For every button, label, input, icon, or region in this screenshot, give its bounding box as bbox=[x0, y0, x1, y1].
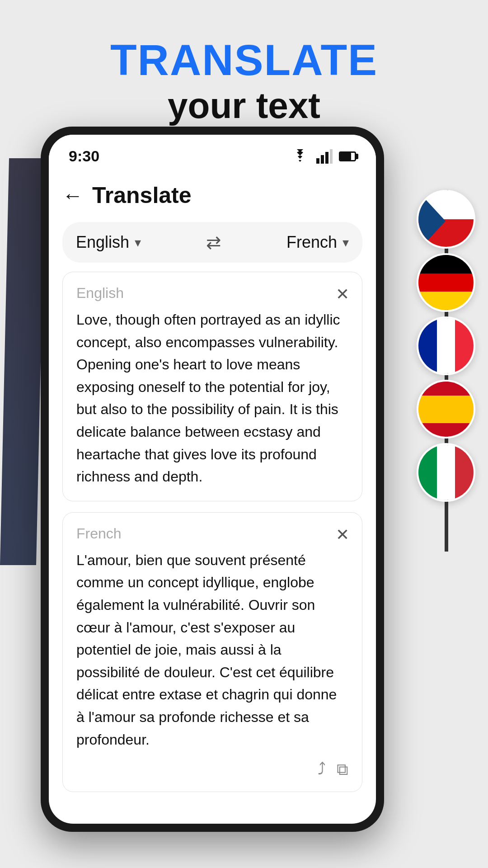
target-language-label: French bbox=[286, 233, 337, 252]
language-selector[interactable]: English ▾ ⇄ French ▾ bbox=[62, 222, 362, 263]
flag-es-stripe3 bbox=[418, 423, 474, 437]
phone-wrapper: 9:30 bbox=[41, 127, 384, 832]
input-text-content: Love, though often portrayed as an idyll… bbox=[76, 309, 348, 488]
phone-shell: 9:30 bbox=[41, 127, 384, 832]
flag-it-s2 bbox=[437, 445, 455, 500]
flag-fr-s3 bbox=[455, 318, 474, 373]
flags-container bbox=[417, 190, 475, 506]
share-button[interactable]: ⤴ bbox=[318, 760, 326, 779]
flag-fr-s1 bbox=[418, 318, 437, 373]
source-language-label: English bbox=[76, 233, 129, 252]
phone-screen: 9:30 bbox=[49, 135, 376, 824]
output-text-content: L'amour, bien que souvent présenté comme… bbox=[76, 549, 348, 751]
copy-button[interactable]: ⧉ bbox=[337, 760, 348, 779]
source-dropdown-arrow: ▾ bbox=[135, 235, 141, 250]
app-title: Translate bbox=[92, 182, 192, 208]
battery-icon bbox=[339, 151, 356, 161]
flag-de-stripe3 bbox=[418, 292, 474, 310]
flag-es-stripe2 bbox=[418, 396, 474, 423]
swap-languages-button[interactable]: ⇄ bbox=[206, 232, 221, 253]
flag-germany bbox=[417, 253, 475, 312]
flag-italy bbox=[417, 443, 475, 502]
svg-rect-2 bbox=[325, 152, 328, 164]
wifi-icon bbox=[290, 149, 310, 164]
output-clear-button[interactable]: ✕ bbox=[336, 525, 349, 544]
flag-czech bbox=[417, 190, 475, 249]
status-bar: 9:30 bbox=[49, 135, 376, 173]
flag-de-stripe2 bbox=[418, 274, 474, 292]
status-time: 9:30 bbox=[69, 147, 99, 165]
output-text-card: French ✕ L'amour, bien que souvent prése… bbox=[62, 512, 362, 792]
heading-area: TRANSLATE your text bbox=[0, 0, 488, 146]
target-language-option[interactable]: French ▾ bbox=[286, 233, 349, 252]
input-clear-button[interactable]: ✕ bbox=[336, 285, 349, 304]
source-language-option[interactable]: English ▾ bbox=[76, 233, 141, 252]
flag-france bbox=[417, 316, 475, 375]
target-dropdown-arrow: ▾ bbox=[343, 235, 349, 250]
flag-it-s1 bbox=[418, 445, 437, 500]
svg-rect-0 bbox=[316, 158, 319, 164]
input-language-label: English bbox=[76, 285, 348, 302]
sub-heading: your text bbox=[0, 84, 488, 127]
flag-it-s3 bbox=[455, 445, 474, 500]
svg-rect-1 bbox=[321, 155, 324, 164]
flag-cz-triangle bbox=[418, 192, 446, 249]
translation-actions: ⤴ ⧉ bbox=[76, 760, 348, 779]
status-icons bbox=[290, 149, 356, 164]
background: TRANSLATE your text bbox=[0, 0, 488, 868]
back-button[interactable]: ← bbox=[62, 183, 83, 208]
battery-fill bbox=[340, 153, 351, 160]
main-heading: TRANSLATE bbox=[0, 36, 488, 84]
flag-es-stripe1 bbox=[418, 382, 474, 396]
flag-spain bbox=[417, 380, 475, 439]
flag-fr-s2 bbox=[437, 318, 455, 373]
svg-rect-3 bbox=[330, 149, 333, 164]
signal-icon bbox=[316, 149, 333, 164]
flag-de-stripe1 bbox=[418, 255, 474, 274]
input-text-card[interactable]: English ✕ Love, though often portrayed a… bbox=[62, 272, 362, 501]
app-header: ← Translate bbox=[49, 173, 376, 217]
output-language-label: French bbox=[76, 525, 348, 542]
